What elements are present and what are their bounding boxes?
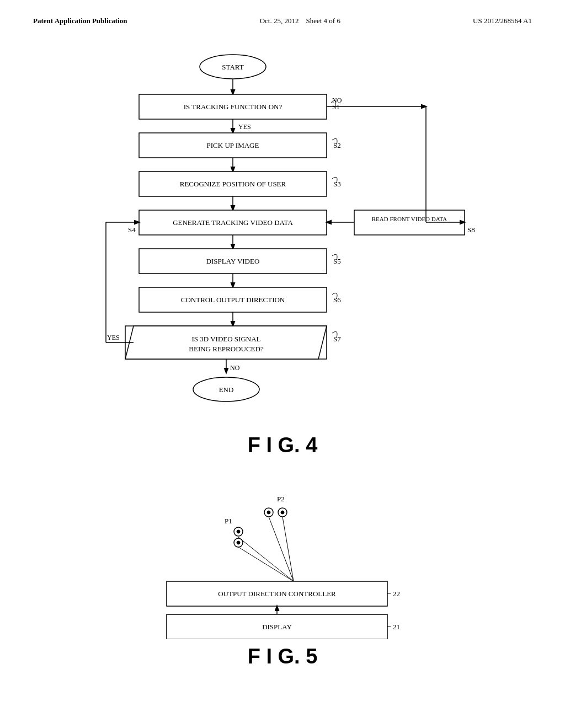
header-center: Oct. 25, 2012 Sheet 4 of 6 [260, 17, 340, 25]
svg-rect-14 [139, 172, 327, 196]
header-left: Patent Application Publication [33, 17, 127, 25]
svg-text:S1: S1 [332, 103, 340, 111]
svg-point-0 [200, 55, 266, 79]
svg-text:S3: S3 [333, 180, 341, 188]
fig5-caption: F I G. 5 [248, 645, 318, 668]
svg-rect-18 [139, 210, 327, 235]
svg-text:RECOGNIZE  POSITION  OF  USER: RECOGNIZE POSITION OF USER [180, 180, 286, 188]
svg-rect-28 [139, 249, 327, 274]
fig4-section: START IS TRACKING FUNCTION ON? S1 YES NO [33, 42, 532, 474]
svg-text:BEING  REPRODUCED?: BEING REPRODUCED? [189, 345, 264, 353]
svg-text:P2: P2 [277, 495, 285, 503]
svg-text:IS  3D  VIDEO  SIGNAL: IS 3D VIDEO SIGNAL [191, 335, 260, 343]
svg-marker-37 [125, 326, 327, 359]
svg-text:S7: S7 [333, 335, 341, 343]
svg-text:S4: S4 [128, 226, 136, 234]
header-right: US 2012/268564 A1 [473, 17, 532, 25]
svg-point-47 [193, 377, 259, 402]
svg-text:S2: S2 [333, 141, 341, 149]
svg-text:GENERATE  TRACKING  VIDEO  DAT: GENERATE TRACKING VIDEO DATA [173, 218, 293, 227]
svg-text:READ  FRONT  VIDEO  DATA: READ FRONT VIDEO DATA [372, 216, 447, 222]
fig5-diagram: P2 P1 OUTPUT DIREC [117, 485, 448, 639]
svg-point-51 [267, 511, 270, 514]
svg-text:S5: S5 [333, 257, 341, 265]
svg-text:YES: YES [238, 123, 251, 131]
svg-text:NO: NO [332, 97, 342, 104]
svg-text:S8: S8 [467, 226, 475, 234]
svg-line-62 [238, 547, 294, 581]
flowchart: START IS TRACKING FUNCTION ON? S1 YES NO [84, 42, 481, 428]
svg-text:P1: P1 [225, 517, 232, 525]
page-header: Patent Application Publication Oct. 25, … [33, 17, 532, 25]
fig4-caption: F I G. 4 [248, 433, 318, 457]
svg-text:DISPLAY  VIDEO: DISPLAY VIDEO [206, 257, 260, 265]
svg-text:S6: S6 [333, 296, 341, 304]
svg-line-61 [282, 517, 294, 581]
svg-rect-21 [354, 210, 465, 235]
svg-rect-3 [139, 94, 327, 119]
svg-text:CONTROL  OUTPUT  DIRECTION: CONTROL OUTPUT DIRECTION [181, 296, 285, 304]
svg-rect-10 [139, 133, 327, 158]
svg-text:OUTPUT  DIRECTION  CONTROLLER: OUTPUT DIRECTION CONTROLLER [218, 590, 336, 598]
svg-text:IS  TRACKING  FUNCTION  ON?: IS TRACKING FUNCTION ON? [184, 103, 282, 111]
svg-text:NO: NO [230, 364, 240, 372]
svg-text:PICK  UP  IMAGE: PICK UP IMAGE [207, 141, 259, 149]
svg-point-58 [237, 541, 240, 544]
svg-text:END: END [219, 386, 234, 394]
svg-point-53 [281, 511, 284, 514]
page: Patent Application Publication Oct. 25, … [0, 0, 565, 728]
fig5-section: P2 P1 OUTPUT DIREC [33, 485, 532, 668]
svg-rect-32 [139, 287, 327, 312]
svg-text:21: 21 [393, 623, 400, 631]
svg-text:START: START [222, 63, 243, 71]
svg-text:DISPLAY: DISPLAY [262, 623, 292, 631]
svg-text:22: 22 [393, 590, 400, 598]
svg-text:YES: YES [107, 334, 120, 341]
svg-marker-36 [125, 326, 327, 359]
svg-point-56 [237, 530, 240, 533]
